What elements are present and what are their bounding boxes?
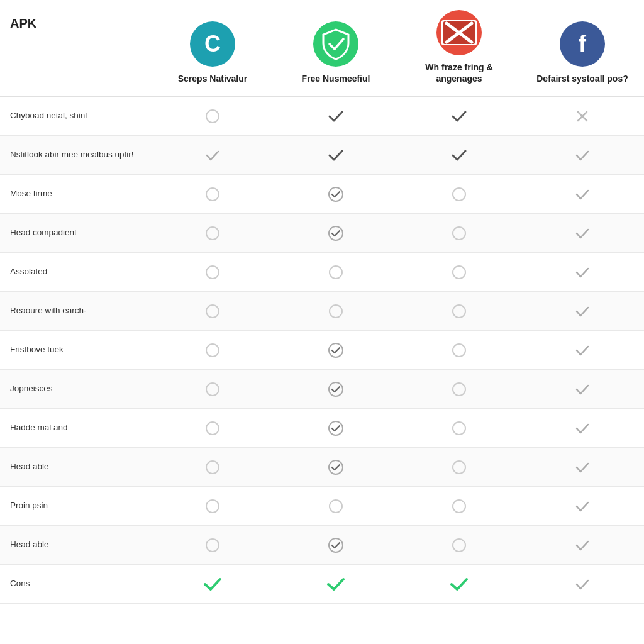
row-cell: [397, 526, 521, 564]
row-label: Chyboad netal, shinl: [0, 97, 151, 135]
circle-icon: [452, 499, 466, 513]
check-icon: [328, 108, 344, 125]
row-cell: [151, 565, 274, 603]
table-row: Proin psin: [0, 487, 644, 526]
row-cell: [274, 253, 397, 291]
circle-icon: [206, 382, 219, 396]
row-cell: [521, 97, 644, 135]
row-cell: [274, 409, 397, 447]
row-label: Head able: [0, 448, 151, 486]
row-cell: [397, 292, 521, 330]
row-cell: [397, 136, 521, 174]
apk-label: APK: [10, 16, 36, 31]
row-cell: [397, 409, 521, 447]
row-cell: [274, 136, 397, 174]
free-logo: [313, 21, 358, 67]
row-label: Proin psin: [0, 487, 151, 525]
check-partial-icon: [328, 342, 344, 358]
check-gray-icon: [575, 187, 590, 202]
check-gray-icon: [575, 538, 590, 553]
screps-logo-letter: C: [204, 31, 221, 57]
svg-point-6: [329, 226, 343, 240]
check-partial-icon: [328, 420, 344, 436]
check-gray-icon: [575, 148, 590, 163]
def-title: Defairst systoall pos?: [536, 73, 628, 84]
row-label: Assolated: [0, 253, 151, 291]
circle-icon: [206, 187, 219, 201]
circle-icon: [206, 343, 219, 357]
check-green-icon: [326, 575, 345, 594]
row-cell: [397, 448, 521, 486]
row-cell: [521, 565, 644, 603]
row-cell: [397, 97, 521, 135]
row-cell: [397, 175, 521, 213]
row-cell: [151, 97, 274, 135]
check-gray-icon: [575, 382, 590, 397]
row-label: Nstitlook abir mee mealbus uptir!: [0, 136, 151, 174]
row-cell: [521, 214, 644, 252]
check-gray-icon: [575, 421, 590, 436]
row-cell: [521, 136, 644, 174]
circle-icon: [452, 226, 466, 240]
def-logo: f: [560, 21, 605, 67]
row-cell: [397, 253, 521, 291]
col-header-screps: C Screps Nativalur: [151, 10, 274, 91]
table-row: Chyboad netal, shinl: [0, 97, 644, 136]
wh-title: Wh fraze fring & angenages: [404, 62, 514, 84]
svg-point-8: [329, 382, 343, 396]
check-gray-icon: [575, 304, 590, 319]
row-cell: [274, 214, 397, 252]
check-icon: [451, 147, 467, 164]
row-cell: [274, 487, 397, 525]
check-gray-icon: [205, 148, 220, 163]
circle-icon: [329, 304, 343, 318]
x-icon: [575, 109, 589, 123]
table-row: Jopneisces: [0, 370, 644, 409]
circle-icon: [329, 499, 343, 513]
row-cell: [151, 214, 274, 252]
row-cell: [521, 526, 644, 564]
row-cell: [274, 565, 397, 603]
row-cell: [521, 253, 644, 291]
screps-title: Screps Nativalur: [178, 73, 248, 84]
check-green-icon: [203, 575, 222, 594]
row-cell: [274, 292, 397, 330]
circle-icon: [206, 538, 219, 552]
circle-icon: [452, 460, 466, 474]
row-cell: [151, 175, 274, 213]
row-cell: [521, 292, 644, 330]
row-cell: [274, 526, 397, 564]
row-cell: [274, 97, 397, 135]
svg-point-7: [329, 343, 343, 357]
row-cell: [274, 175, 397, 213]
row-cell: [521, 331, 644, 369]
check-gray-icon: [575, 577, 590, 592]
circle-icon: [452, 187, 466, 201]
row-cell: [397, 565, 521, 603]
circle-icon: [206, 499, 219, 513]
wh-x-icon: [443, 21, 475, 44]
row-label: Cons: [0, 565, 151, 603]
circle-icon: [452, 382, 466, 396]
row-label: Jopneisces: [0, 370, 151, 408]
row-cell: [151, 409, 274, 447]
row-cell: [151, 526, 274, 564]
circle-icon: [452, 265, 466, 279]
table-row: Fristbove tuek: [0, 331, 644, 370]
table-row: Head compadient: [0, 214, 644, 253]
check-gray-icon: [575, 343, 590, 358]
header-row: APK C Screps Nativalur Free Nusmeefiul: [0, 0, 644, 97]
row-cell: [521, 409, 644, 447]
check-icon: [328, 147, 344, 164]
row-label: Head compadient: [0, 214, 151, 252]
check-partial-icon: [328, 225, 344, 242]
def-logo-letter: f: [579, 31, 586, 57]
row-cell: [521, 370, 644, 408]
check-green-icon: [450, 575, 469, 594]
circle-icon: [206, 265, 219, 279]
free-title: Free Nusmeefiul: [302, 73, 370, 84]
apk-header-cell: APK: [0, 10, 151, 91]
check-gray-icon: [575, 226, 590, 241]
check-icon: [451, 108, 467, 125]
table-row: Hadde mal and: [0, 409, 644, 448]
